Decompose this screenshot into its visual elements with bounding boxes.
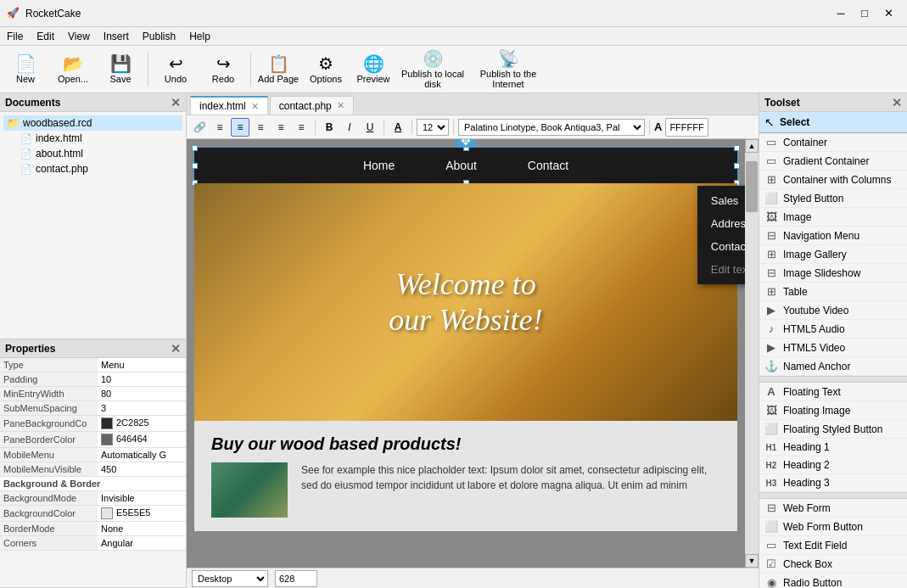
tool-navigation-menu[interactable]: ⊟ Navigation Menu bbox=[759, 227, 907, 245]
tool-check-box[interactable]: ☑ Check Box bbox=[759, 555, 907, 574]
align-right-button[interactable]: ≡ bbox=[251, 118, 270, 137]
italic-button[interactable]: I bbox=[340, 118, 359, 137]
image-label: Image bbox=[783, 211, 811, 223]
undo-button[interactable]: ↩ Undo bbox=[154, 49, 198, 90]
file-item-index[interactable]: 📄 index.html bbox=[17, 131, 182, 146]
align-full-button[interactable]: ≡ bbox=[292, 118, 311, 137]
tool-youtube-video[interactable]: ▶ Youtube Video bbox=[759, 301, 907, 320]
tool-gradient-container[interactable]: ▭ Gradient Container bbox=[759, 152, 907, 171]
tool-image-slideshow[interactable]: ⊟ Image Slideshow bbox=[759, 264, 907, 283]
tab-contact-close[interactable]: ✕ bbox=[337, 100, 344, 111]
dropdown-edit-text[interactable]: Edit text here bbox=[697, 258, 745, 281]
tab-index[interactable]: index.html ✕ bbox=[190, 96, 268, 115]
tool-html5-audio[interactable]: ♪ HTML5 Audio bbox=[759, 320, 907, 339]
menu-view[interactable]: View bbox=[61, 27, 97, 45]
scroll-down-button[interactable]: ▼ bbox=[745, 554, 759, 568]
scroll-thumb[interactable] bbox=[746, 161, 758, 212]
dropdown-address[interactable]: Address in the US bbox=[697, 212, 745, 235]
toolset-select[interactable]: ↖ Select bbox=[759, 112, 907, 133]
view-mode-select[interactable]: Desktop Mobile Tablet bbox=[192, 570, 268, 587]
minimize-button[interactable]: ─ bbox=[829, 5, 853, 22]
nav-bar[interactable]: ✥ Home About Contact Sales Address in th… bbox=[194, 148, 737, 183]
menu-file[interactable]: File bbox=[0, 27, 30, 45]
file-item-about[interactable]: 📄 about.html bbox=[17, 146, 182, 161]
undo-label: Undo bbox=[165, 74, 187, 84]
nav-contact[interactable]: Contact Sales Address in the US Contact … bbox=[528, 150, 568, 181]
publish-net-label: Publish to the Internet bbox=[470, 69, 546, 89]
radio-button-icon: ◉ bbox=[764, 576, 778, 588]
move-handle[interactable]: ✥ bbox=[456, 139, 476, 148]
canvas-width-input[interactable] bbox=[275, 570, 317, 587]
tool-container-columns[interactable]: ⊞ Container with Columns bbox=[759, 171, 907, 189]
select-icon: ↖ bbox=[764, 115, 775, 129]
nav-about[interactable]: About bbox=[445, 150, 477, 181]
hero-line1: Welcome to bbox=[389, 266, 543, 302]
tool-floating-text[interactable]: A Floating Text bbox=[759, 383, 907, 401]
close-button[interactable]: ✕ bbox=[876, 5, 900, 22]
underline-button[interactable]: U bbox=[361, 118, 379, 137]
open-button[interactable]: 📂 Open... bbox=[51, 49, 95, 90]
canvas-vertical-scrollbar[interactable]: ▲ ▼ bbox=[745, 139, 759, 568]
documents-close[interactable]: ✕ bbox=[171, 96, 181, 109]
font-color-button[interactable]: A bbox=[389, 118, 407, 137]
new-button[interactable]: 📄 New bbox=[3, 49, 48, 90]
scroll-track[interactable] bbox=[745, 153, 759, 554]
tool-heading-1[interactable]: H1 Heading 1 bbox=[759, 439, 907, 456]
redo-button[interactable]: ↪ Redo bbox=[201, 49, 245, 90]
tool-web-form-button[interactable]: ⬜ Web Form Button bbox=[759, 518, 907, 536]
properties-close[interactable]: ✕ bbox=[171, 342, 181, 356]
tool-container[interactable]: ▭ Container bbox=[759, 133, 907, 152]
tool-image-gallery[interactable]: ⊞ Image Gallery bbox=[759, 245, 907, 264]
text-color-picker[interactable]: FFFFFF bbox=[665, 118, 708, 137]
font-size-select[interactable]: 12 14 16 18 bbox=[417, 119, 449, 136]
menu-insert[interactable]: Insert bbox=[97, 27, 136, 45]
dropdown-sales[interactable]: Sales bbox=[697, 189, 745, 212]
menu-help[interactable]: Help bbox=[182, 27, 217, 45]
fmt-sep-4 bbox=[453, 120, 454, 135]
tool-html5-video[interactable]: ▶ HTML5 Video bbox=[759, 339, 907, 357]
content-text: See for example this nice placholder tex… bbox=[301, 462, 720, 518]
tool-floating-styled-button[interactable]: ⬜ Floating Styled Button bbox=[759, 420, 907, 439]
tab-index-close[interactable]: ✕ bbox=[251, 101, 259, 112]
options-button[interactable]: ⚙ Options bbox=[304, 49, 348, 90]
publish-disk-button[interactable]: 💿 Publish to local disk bbox=[399, 49, 467, 90]
canvas-scroll[interactable]: ✥ Home About Contact Sales Address in th… bbox=[187, 139, 745, 568]
tool-text-edit-field[interactable]: ▭ Text Edit Field bbox=[759, 536, 907, 555]
nav-home[interactable]: Home bbox=[363, 150, 395, 181]
menu-edit[interactable]: Edit bbox=[30, 27, 61, 45]
named-anchor-label: Named Anchor bbox=[783, 361, 850, 372]
tool-floating-image[interactable]: 🖼 Floating Image bbox=[759, 401, 907, 420]
tool-named-anchor[interactable]: ⚓ Named Anchor bbox=[759, 357, 907, 376]
bold-button[interactable]: B bbox=[320, 118, 339, 137]
tool-heading-3[interactable]: H3 Heading 3 bbox=[759, 474, 907, 492]
tool-image[interactable]: 🖼 Image bbox=[759, 208, 907, 227]
font-name-select[interactable]: Palatino Linotype, Book Antiqua3, Pal bbox=[458, 119, 645, 136]
toolset-list: ▭ Container ▭ Gradient Container ⊞ Conta… bbox=[759, 133, 907, 588]
publish-net-button[interactable]: 📡 Publish to the Internet bbox=[470, 49, 546, 90]
tool-styled-button[interactable]: ⬜ Styled Button bbox=[759, 189, 907, 208]
align-left-button[interactable]: ≡ bbox=[272, 118, 290, 137]
menu-publish[interactable]: Publish bbox=[136, 27, 182, 45]
web-form-icon: ⊟ bbox=[764, 501, 778, 514]
radio-button-label: Radio Button bbox=[783, 577, 842, 589]
addpage-button[interactable]: 📋 Add Page bbox=[256, 49, 300, 90]
container-icon: ▭ bbox=[764, 136, 778, 148]
open-label: Open... bbox=[58, 74, 88, 84]
align-justify-button[interactable]: ≡ bbox=[210, 118, 229, 137]
tool-web-form[interactable]: ⊟ Web Form bbox=[759, 499, 907, 518]
link-button[interactable]: 🔗 bbox=[190, 118, 209, 137]
align-center-button[interactable]: ≡ bbox=[231, 118, 249, 137]
tab-contact[interactable]: contact.php ✕ bbox=[270, 96, 354, 115]
project-item[interactable]: 📁 woodbased.rcd bbox=[3, 115, 182, 131]
tool-table[interactable]: ⊞ Table bbox=[759, 283, 907, 301]
dropdown-contact-form[interactable]: Contact Form bbox=[697, 235, 745, 258]
save-button[interactable]: 💾 Save bbox=[98, 49, 143, 90]
check-box-label: Check Box bbox=[783, 558, 832, 570]
scroll-up-button[interactable]: ▲ bbox=[745, 139, 759, 153]
maximize-button[interactable]: □ bbox=[853, 5, 876, 22]
file-item-contact[interactable]: 📄 contact.php bbox=[17, 161, 182, 176]
tool-heading-2[interactable]: H2 Heading 2 bbox=[759, 456, 907, 474]
preview-button[interactable]: 🌐 Preview bbox=[351, 49, 395, 90]
tool-radio-button[interactable]: ◉ Radio Button bbox=[759, 574, 907, 588]
toolset-close[interactable]: ✕ bbox=[892, 96, 902, 109]
